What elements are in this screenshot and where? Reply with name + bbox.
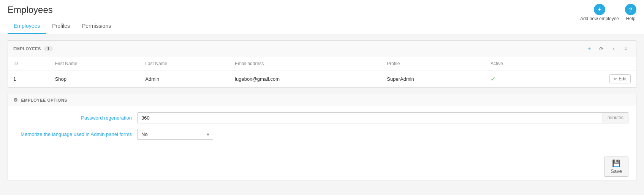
memorize-language-row: Memorize the language used in Admin pane… (16, 129, 628, 140)
footer-actions: 💾 Save (8, 153, 636, 181)
cell-edit: ✏ Edit (549, 70, 636, 88)
edit-employee-button[interactable]: ✏ Edit (609, 74, 631, 83)
employees-section-header: EMPLOYEES 1 ＋ ⟳ › ≡ (8, 41, 636, 57)
active-check-icon: ✓ (491, 76, 495, 82)
save-button[interactable]: 💾 Save (604, 157, 628, 177)
pencil-icon: ✏ (614, 76, 617, 82)
password-regeneration-label: Password regeneration (16, 115, 137, 121)
cell-id: 1 (8, 70, 50, 88)
options-section-header: ⚙ EMPLOYEE OPTIONS (8, 94, 636, 106)
password-regeneration-input[interactable] (137, 112, 603, 123)
settings-icon: ⚙ (13, 97, 18, 103)
employee-options-card: ⚙ EMPLOYEE OPTIONS Password regeneration… (8, 94, 636, 181)
minutes-suffix: minutes (603, 112, 628, 123)
page-title: Employees (8, 5, 636, 19)
save-icon: 💾 (612, 159, 620, 168)
col-id: ID (8, 57, 50, 70)
col-profile: Profile (381, 57, 485, 70)
cell-last-name: Admin (140, 70, 229, 88)
cell-profile: SuperAdmin (381, 70, 485, 88)
employees-table-card: EMPLOYEES 1 ＋ ⟳ › ≡ ID First Name Last N… (8, 40, 636, 88)
memorize-language-select[interactable]: No Yes (137, 129, 213, 140)
memorize-language-select-wrap: No Yes ▼ (137, 129, 213, 140)
refresh-button[interactable]: ⟳ (597, 44, 606, 54)
col-actions (549, 57, 636, 70)
help-icon: ? (625, 4, 636, 15)
table-row: 1 Shop Admin lugebox@gmail.com SuperAdmi… (8, 70, 636, 88)
memorize-language-label: Memorize the language used in Admin pane… (16, 131, 137, 137)
col-email: Email address (229, 57, 381, 70)
tab-employees[interactable]: Employees (8, 19, 46, 34)
add-icon: + (594, 4, 605, 15)
table-header-row: ID First Name Last Name Email address Pr… (8, 57, 636, 70)
tab-bar: Employees Profiles Permissions (8, 19, 636, 34)
cell-active: ✓ (485, 70, 548, 88)
password-regeneration-row: Password regeneration minutes (16, 112, 628, 123)
col-active: Active (485, 57, 548, 70)
table-toolbar: ＋ ⟳ › ≡ (584, 44, 631, 54)
options-section-title: EMPLOYEE OPTIONS (21, 98, 68, 102)
employees-table: ID First Name Last Name Email address Pr… (8, 57, 636, 87)
add-row-button[interactable]: ＋ (584, 44, 594, 54)
col-first-name: First Name (50, 57, 140, 70)
employees-count-badge: 1 (44, 46, 53, 51)
employees-section-title: EMPLOYEES (13, 46, 41, 51)
tab-profiles[interactable]: Profiles (46, 19, 76, 34)
expand-button[interactable]: › (609, 44, 619, 54)
tab-permissions[interactable]: Permissions (76, 19, 117, 34)
add-employee-button[interactable]: + Add new employee (580, 4, 619, 21)
cell-first-name: Shop (50, 70, 140, 88)
help-button[interactable]: ? Help (625, 4, 636, 21)
options-form: Password regeneration minutes Memorize t… (8, 106, 636, 153)
cell-email: lugebox@gmail.com (229, 70, 381, 88)
password-regeneration-input-wrap: minutes (137, 112, 628, 123)
columns-button[interactable]: ≡ (621, 44, 631, 54)
col-last-name: Last Name (140, 57, 229, 70)
